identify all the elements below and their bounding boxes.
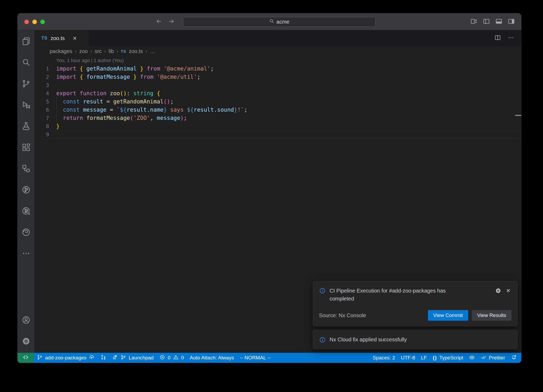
- encoding-status[interactable]: UTF-8: [398, 353, 418, 363]
- indentation-status[interactable]: Spaces: 2: [370, 353, 398, 363]
- more-actions-icon[interactable]: [507, 34, 514, 42]
- code-line-content: return formatMessage('ZOO', message);: [49, 114, 521, 122]
- toggle-secondary-sidebar-icon[interactable]: [508, 18, 515, 26]
- search-value: acme: [277, 19, 290, 25]
- activity-bar-additional-views[interactable]: [17, 243, 34, 264]
- minimize-window-button[interactable]: [32, 20, 37, 24]
- account-icon: [21, 315, 31, 326]
- history-navigation: [155, 13, 175, 30]
- breadcrumb-item-src[interactable]: src: [95, 48, 102, 54]
- copilot-menu[interactable]: [381, 13, 383, 30]
- remote-indicator[interactable]: [17, 353, 34, 363]
- activity-bar-accounts[interactable]: [17, 310, 34, 331]
- gitlens-icon: [21, 185, 31, 195]
- gear-icon: [21, 337, 31, 347]
- hierarchy-icon: [21, 164, 31, 174]
- cloud-upload-icon: [89, 354, 95, 361]
- activity-bar-manage-settings[interactable]: [17, 331, 34, 352]
- split-editor-icon[interactable]: [494, 34, 501, 42]
- toggle-primary-sidebar-icon[interactable]: [483, 18, 490, 26]
- braces-icon: {}: [433, 355, 437, 361]
- activity-bar-extensions[interactable]: [17, 137, 34, 158]
- breadcrumb-symbol-more[interactable]: …: [150, 48, 155, 54]
- customize-layout-icon[interactable]: [470, 18, 478, 26]
- breadcrumb-item-lib[interactable]: lib: [109, 48, 114, 54]
- code-line-1: 1import { getRandomAnimal } from '@acme/…: [34, 65, 521, 73]
- notification-source: Source: Nx Console: [319, 312, 366, 319]
- close-tab-icon[interactable]: ✕: [73, 35, 77, 41]
- overview-ruler-cursor-mark: [515, 115, 521, 116]
- status-label: 0: [181, 355, 184, 361]
- notification-settings-gear-icon[interactable]: [495, 288, 501, 294]
- go-forward-icon[interactable]: [168, 18, 175, 26]
- activity-bar: [17, 30, 34, 353]
- tab-bar: TS zoo.ts ✕: [34, 30, 521, 46]
- activity-bar-explorer[interactable]: [17, 31, 34, 52]
- line-number: 8: [34, 122, 49, 130]
- line-number: 3: [34, 81, 49, 89]
- status-label: Auto Attach: Always: [190, 355, 234, 361]
- editor-actions: [494, 30, 521, 46]
- formatter-status[interactable]: Prettier: [478, 353, 508, 363]
- eol-status[interactable]: LF: [418, 353, 430, 363]
- language-status[interactable]: {}TypeScript: [430, 353, 466, 363]
- activity-bar-testing[interactable]: [17, 116, 34, 137]
- notifications-bell[interactable]: [508, 353, 520, 363]
- ci-pipeline-toast: CI Pipeline Execution for #add-zoo-packa…: [313, 281, 518, 326]
- line-number: 5: [34, 98, 49, 106]
- view-results-button[interactable]: View Results: [472, 310, 511, 321]
- activity-bar-run-and-debug[interactable]: [17, 95, 34, 116]
- line-number: 4: [34, 89, 49, 98]
- breadcrumb-separator-icon: ›: [75, 49, 77, 54]
- activity-bar-gitlens-inspect[interactable]: [17, 201, 34, 222]
- notification-close-icon[interactable]: ✕: [505, 288, 511, 294]
- command-center-search[interactable]: acme: [183, 17, 375, 27]
- editor-group: TS zoo.ts ✕ packages›zoo›src›lib›TSzoo.t…: [34, 30, 521, 353]
- code-line-content: }: [49, 122, 521, 130]
- activity-bar-edge-tools[interactable]: [17, 222, 34, 243]
- code-line-content: import { getRandomAnimal } from '@acme/a…: [49, 65, 521, 73]
- git-graph-status[interactable]: [98, 353, 109, 363]
- line-number: 1: [34, 65, 49, 73]
- breadcrumb-item-packages[interactable]: packages: [50, 48, 72, 54]
- zoom-window-button[interactable]: [40, 20, 45, 24]
- code-line-6: 6 const message = `${result.name} says $…: [34, 106, 521, 114]
- gitlens-inspect-icon: [21, 206, 31, 217]
- toggle-panel-icon[interactable]: [495, 18, 502, 26]
- problems-status[interactable]: 00: [156, 353, 187, 363]
- line-number: 7: [34, 114, 49, 122]
- source-control-icon: [21, 79, 31, 89]
- activity-bar-hierarchy-view[interactable]: [17, 158, 34, 180]
- main-row: TS zoo.ts ✕ packages›zoo›src›lib›TSzoo.t…: [17, 30, 521, 353]
- status-label: Prettier: [489, 355, 505, 361]
- activity-bar-source-control[interactable]: [17, 73, 34, 95]
- vim-mode-status[interactable]: -- NORMAL --: [237, 353, 273, 363]
- check-all-icon: [481, 354, 487, 361]
- line-number: 2: [34, 73, 49, 81]
- activity-bar-bottom: [17, 310, 34, 352]
- close-window-button[interactable]: [24, 20, 29, 24]
- info-icon: [319, 287, 326, 294]
- code-line-7: 7 return formatMessage('ZOO', message);: [34, 114, 521, 122]
- breadcrumb-item-zoo[interactable]: zoo: [79, 48, 88, 54]
- copilot-status[interactable]: [466, 353, 478, 363]
- go-back-icon[interactable]: [155, 18, 163, 26]
- auto-attach-status[interactable]: Auto Attach: Always: [187, 353, 237, 363]
- code-line-content: import { formatMessage } from '@acme/uti…: [49, 73, 521, 81]
- warning-icon: [173, 354, 179, 361]
- breadcrumb-item-file[interactable]: zoo.ts: [129, 48, 143, 54]
- code-line-content: const result = getRandomAnimal();: [49, 98, 521, 106]
- git-branch-status[interactable]: add-zoo-packages: [34, 353, 98, 363]
- activity-bar-gitlens[interactable]: [17, 180, 34, 201]
- code-line-content: [49, 130, 521, 139]
- typescript-file-icon: TS: [41, 36, 47, 41]
- view-commit-button[interactable]: View Commit: [428, 310, 468, 321]
- activity-bar-search[interactable]: [17, 52, 34, 73]
- launchpad-status[interactable]: Launchpad: [109, 353, 156, 363]
- code-line-content: const message = `${result.name} says ${r…: [49, 106, 521, 114]
- code-line-content: [49, 81, 521, 89]
- debug-icon: [21, 100, 31, 111]
- status-label: LF: [421, 355, 427, 361]
- tab-zoo-ts[interactable]: TS zoo.ts ✕: [34, 30, 89, 46]
- git-blame-annotation: You, 1 hour ago | 1 author (You): [34, 56, 521, 65]
